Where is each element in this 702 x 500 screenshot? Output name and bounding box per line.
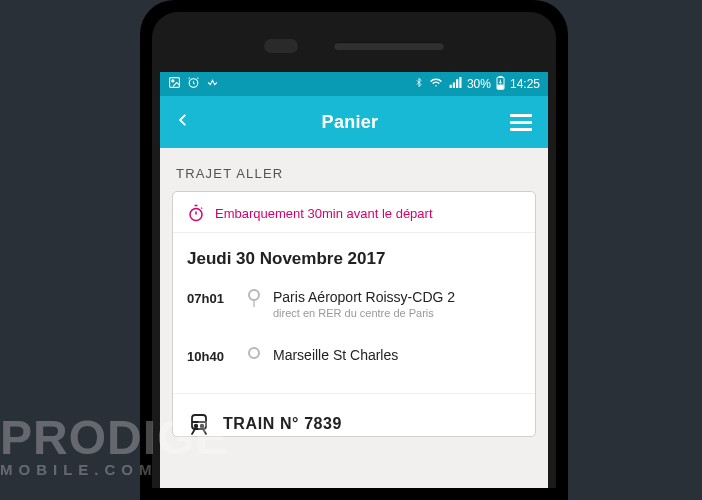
train-number: TRAIN N° 7839 bbox=[223, 415, 342, 433]
clock-time: 14:25 bbox=[510, 77, 540, 91]
content: TRAJET ALLER Embarquement 30min avant le… bbox=[160, 148, 548, 437]
image-icon bbox=[168, 76, 181, 92]
stop-row: 07h01 Paris Aéroport Roissy-CDG 2 direct… bbox=[187, 289, 521, 347]
back-button[interactable] bbox=[176, 111, 190, 134]
app-bar: Panier bbox=[160, 96, 548, 148]
svg-rect-0 bbox=[170, 78, 180, 88]
battery-icon bbox=[496, 76, 505, 93]
signal-icon bbox=[448, 76, 462, 92]
svg-rect-5 bbox=[498, 85, 503, 89]
stop-subtitle: direct en RER du centre de Paris bbox=[273, 307, 521, 319]
date-heading: Jeudi 30 Novembre 2017 bbox=[173, 233, 535, 279]
trip-card: Embarquement 30min avant le départ Jeudi… bbox=[172, 191, 536, 437]
stop-row: 10h40 Marseille St Charles bbox=[187, 347, 521, 377]
menu-button[interactable] bbox=[510, 114, 532, 131]
bluetooth-icon bbox=[414, 76, 424, 92]
stop-dot-icon bbox=[248, 289, 260, 301]
check-icon bbox=[206, 76, 219, 92]
status-bar: 30% 14:25 bbox=[160, 72, 548, 96]
stop-name: Paris Aéroport Roissy-CDG 2 bbox=[273, 289, 521, 305]
boarding-notice: Embarquement 30min avant le départ bbox=[173, 192, 535, 233]
stop-time: 07h01 bbox=[187, 289, 235, 306]
boarding-text: Embarquement 30min avant le départ bbox=[215, 206, 433, 221]
svg-point-1 bbox=[172, 80, 174, 82]
svg-point-9 bbox=[195, 425, 198, 428]
alarm-icon bbox=[187, 76, 200, 92]
speaker-area bbox=[160, 20, 548, 72]
timeline: 07h01 Paris Aéroport Roissy-CDG 2 direct… bbox=[173, 279, 535, 383]
stop-time: 10h40 bbox=[187, 347, 235, 364]
stopwatch-icon bbox=[187, 204, 205, 222]
svg-point-10 bbox=[201, 425, 204, 428]
earpiece-speaker bbox=[334, 42, 444, 50]
train-icon bbox=[187, 412, 211, 436]
screen: 30% 14:25 Panier TRAJET ALLER bbox=[160, 72, 548, 488]
wifi-icon bbox=[429, 76, 443, 92]
phone-frame: 30% 14:25 Panier TRAJET ALLER bbox=[140, 0, 568, 500]
phone-bezel: 30% 14:25 Panier TRAJET ALLER bbox=[152, 12, 556, 488]
stop-name: Marseille St Charles bbox=[273, 347, 521, 363]
stop-dot-icon bbox=[248, 347, 260, 359]
proximity-sensor bbox=[264, 39, 298, 53]
battery-percent: 30% bbox=[467, 77, 491, 91]
timeline-line bbox=[253, 301, 255, 307]
train-row: TRAIN N° 7839 bbox=[173, 393, 535, 436]
page-title: Panier bbox=[322, 112, 379, 133]
svg-rect-4 bbox=[499, 76, 502, 77]
section-label: TRAJET ALLER bbox=[176, 166, 536, 181]
